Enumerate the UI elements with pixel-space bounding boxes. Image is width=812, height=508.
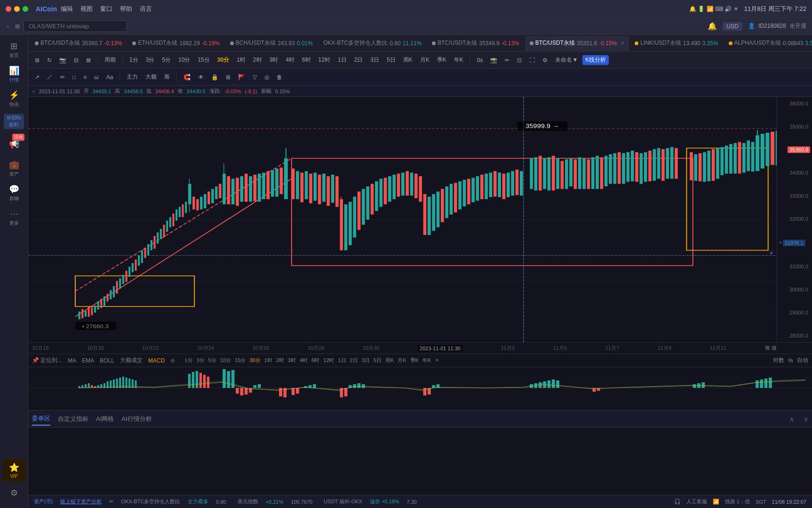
tab-alpha-usdt[interactable]: ALPHA/USDT永续 0.08843 3.5% [724,36,812,51]
ind-tf-1m[interactable]: 1分 [184,357,192,364]
tf-12h[interactable]: 12时 [316,55,333,65]
sidebar-item-news[interactable]: ⚡ 快讯 [3,88,25,110]
tf-2d[interactable]: 2日 [351,55,366,65]
sidebar-item-more[interactable]: ⋯ 更多 [3,206,25,229]
tab-okx-multi[interactable]: OKX-BTC多空持仓人数比 0.80 11.11% [318,36,426,51]
draw-pencil-btn[interactable]: ✏ [57,73,68,81]
cursor-btn[interactable]: ↗ [32,73,42,81]
minimize-button[interactable] [14,6,20,12]
ind-tf-3m[interactable]: 3分 [197,357,205,364]
draw-text-btn[interactable]: Aa [103,73,116,81]
watchlist-btn[interactable]: 未命名▼ [552,55,581,65]
maximize-button[interactable] [23,6,28,12]
chart-analysis-btn[interactable]: K线分析 [582,55,609,65]
ind-tf-30m[interactable]: 30分 [249,357,260,364]
sidebar-item-market[interactable]: 📊 行情 [3,63,25,86]
tf-1m[interactable]: 1分 [127,55,141,65]
asset-label[interactable]: 资产(币) [34,498,53,505]
bp-tab-aigrid[interactable]: AI网格 [96,413,114,425]
ind-tf-close[interactable]: ✕ [435,357,439,364]
ind-tab-macd[interactable]: MACD [148,357,165,364]
sidebar-item-vip[interactable]: ⭐ VIP [3,459,25,482]
ind-tf-15m[interactable]: 15分 [235,357,246,364]
bp-tab-custom[interactable]: 自定义指标 [58,413,88,425]
sidebar-item-home[interactable]: ⊞ 首页 [3,39,25,61]
tf-weekly[interactable]: 周K [400,55,415,65]
merge-btn[interactable]: ⊞ [223,73,233,81]
ind-tf-10m[interactable]: 10分 [220,357,231,364]
menu-language[interactable]: 语言 [140,5,152,13]
tab-link-usdt[interactable]: LINK/USDT永续 13.490 3.35% [630,36,723,51]
tab-btc-usdt-2[interactable]: BTC/USDT永续 35349.9 -0.13% [427,36,524,51]
large-order-btn[interactable]: 大额 [143,72,159,82]
period-btn[interactable]: 周期 [102,55,119,65]
ind-tf-5m[interactable]: 5分 [208,357,216,364]
ind-tab-ema[interactable]: EMA [82,357,94,364]
ind-tab-add[interactable]: ⊕ [170,357,175,364]
ind-tab-ma[interactable]: MA [68,357,76,364]
trash-btn[interactable]: 🗑 [274,73,285,81]
chain-analysis-link[interactable]: 链上链下资产分析 [60,498,102,505]
ai-service-icon[interactable]: 🎧 [674,499,681,505]
compare-btn[interactable]: ⊡ [514,56,525,65]
tf-6h[interactable]: 6时 [299,55,314,65]
ai-service-label[interactable]: 人工客服 [686,498,707,505]
eye-btn[interactable]: 👁 [195,73,207,81]
ind-tf-monthly[interactable]: 月K [398,357,406,364]
tf-quarterly[interactable]: 季K [434,55,449,65]
magnet-btn[interactable]: 🧲 [181,73,193,81]
notification-icon[interactable]: 🔔 [708,22,717,31]
menu-help[interactable]: 帮助 [120,5,132,13]
flag-btn[interactable]: 🚩 [235,73,248,81]
tab-btc-usdt-1[interactable]: BTC/USDT永续 35360.7 -0.13% [30,36,127,51]
fullscreen-btn[interactable]: ⛶ [526,56,538,65]
draw-wave-btn[interactable]: ω [91,73,101,81]
lock-btn[interactable]: 🔒 [208,73,221,81]
tf-3m[interactable]: 3分 [143,55,158,65]
sidebar-item-promo[interactable]: 活动 📢 [3,133,25,155]
sidebar-item-chat[interactable]: 💬 群聊 [3,182,25,204]
menu-edit[interactable]: 编辑 [61,5,73,13]
chart-icon-btn[interactable]: ⊞ [32,56,42,65]
nav-back-icon[interactable]: ← [6,23,11,30]
tf-1h[interactable]: 1时 [234,55,248,65]
ind-tab-volume[interactable]: 大额成交 [120,356,143,364]
tf-4h[interactable]: 4时 [283,55,297,65]
tf-1d[interactable]: 1日 [335,55,350,65]
ind-tf-2h[interactable]: 2时 [276,357,284,364]
tf-3d[interactable]: 3日 [367,55,382,65]
ind-tf-1d[interactable]: 1日 [338,357,346,364]
ind-tf-4h[interactable]: 4时 [300,357,308,364]
main-force-btn[interactable]: 主力 [124,72,141,82]
ind-tf-weekly[interactable]: 周K [385,357,394,364]
bp-tab-orders[interactable]: 委单区 [32,412,50,426]
draw-parallel-btn[interactable]: ≡ [80,73,89,81]
ind-option-log[interactable]: 对数 [773,356,784,364]
ind-option-auto[interactable]: 自动 [797,356,808,364]
menu-window[interactable]: 窗口 [100,5,112,13]
ind-tf-2d[interactable]: 2日 [350,357,358,364]
filter-btn[interactable]: ▽ [250,73,260,81]
tf-30m[interactable]: 30分 [215,55,232,65]
tf-yearly[interactable]: 年K [451,55,466,65]
sidebar-item-settings[interactable]: ⚙ [3,482,25,504]
settings-btn[interactable]: ⚙ [540,56,550,65]
tab-close-6[interactable]: ✕ [621,40,624,46]
ind-tf-3d[interactable]: 3日 [362,357,370,364]
edit-icon[interactable]: ✏ [109,499,113,505]
tf-10m[interactable]: 10分 [175,55,193,65]
tf-2h[interactable]: 2时 [250,55,265,65]
ind-tf-1h[interactable]: 1时 [264,357,272,364]
tf-5d[interactable]: 5日 [384,55,398,65]
home-icon[interactable]: ⊞ [15,23,20,30]
target-btn[interactable]: ◎ [262,73,272,81]
grid-btn[interactable]: ⊟ [71,56,81,65]
ind-tab-boll[interactable]: BOLL [100,357,114,364]
tab-eth-usdt[interactable]: ETH/USDT永续 1882.29 -0.19% [127,36,224,51]
ind-tf-3h[interactable]: 3时 [288,357,296,364]
currency-selector[interactable]: USD [723,22,742,31]
crosshair-timer[interactable]: 0s [474,56,486,65]
trend-line-btn[interactable]: ／ [44,72,56,82]
tf-15m[interactable]: 15分 [195,55,212,65]
layout-btn[interactable]: ⊠ [83,56,94,65]
